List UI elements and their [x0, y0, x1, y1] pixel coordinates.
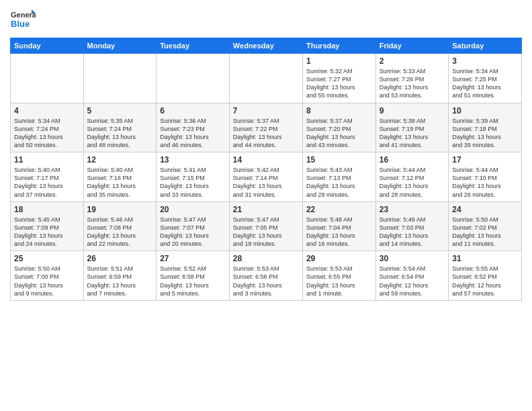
week-row-1: 1Sunrise: 5:32 AMSunset: 7:27 PMDaylight…: [11, 54, 522, 103]
week-row-5: 25Sunrise: 5:50 AMSunset: 7:00 PMDayligh…: [11, 251, 522, 301]
cell-info-16: Sunrise: 5:44 AMSunset: 7:12 PMDaylight:…: [380, 166, 445, 199]
day-number-12: 12: [87, 155, 153, 165]
day-number-29: 29: [306, 254, 372, 263]
cell-0-1: [83, 54, 157, 103]
cell-0-6: 3Sunrise: 5:34 AMSunset: 7:25 PMDaylight…: [449, 54, 522, 103]
cell-info-29: Sunrise: 5:53 AMSunset: 6:55 PMDaylight:…: [306, 265, 372, 298]
day-number-20: 20: [160, 205, 226, 214]
day-number-15: 15: [306, 155, 372, 165]
cell-info-17: Sunrise: 5:44 AMSunset: 7:10 PMDaylight:…: [452, 166, 518, 199]
cell-1-2: 6Sunrise: 5:36 AMSunset: 7:23 PMDaylight…: [157, 103, 230, 152]
cell-2-5: 16Sunrise: 5:44 AMSunset: 7:12 PMDayligh…: [375, 152, 448, 202]
cell-info-19: Sunrise: 5:46 AMSunset: 7:08 PMDaylight:…: [87, 216, 153, 248]
day-number-23: 23: [380, 205, 445, 214]
cell-4-2: 27Sunrise: 5:52 AMSunset: 6:58 PMDayligh…: [157, 251, 230, 301]
day-number-1: 1: [306, 56, 372, 66]
cell-1-0: 4Sunrise: 5:34 AMSunset: 7:24 PMDaylight…: [11, 103, 84, 152]
day-number-22: 22: [306, 205, 372, 214]
day-number-14: 14: [233, 155, 299, 165]
cell-2-1: 12Sunrise: 5:40 AMSunset: 7:16 PMDayligh…: [83, 152, 157, 202]
cell-info-22: Sunrise: 5:48 AMSunset: 7:04 PMDaylight:…: [306, 216, 372, 248]
day-number-8: 8: [306, 106, 372, 116]
cell-info-15: Sunrise: 5:43 AMSunset: 7:13 PMDaylight:…: [306, 166, 372, 199]
cell-info-23: Sunrise: 5:49 AMSunset: 7:03 PMDaylight:…: [380, 216, 445, 248]
cell-info-21: Sunrise: 5:47 AMSunset: 7:05 PMDaylight:…: [233, 216, 299, 248]
weekday-monday: Monday: [83, 38, 157, 54]
day-number-27: 27: [160, 254, 226, 263]
cell-4-6: 31Sunrise: 5:55 AMSunset: 6:52 PMDayligh…: [449, 251, 522, 301]
cell-3-6: 24Sunrise: 5:50 AMSunset: 7:02 PMDayligh…: [449, 201, 522, 251]
day-number-4: 4: [14, 106, 80, 116]
weekday-thursday: Thursday: [302, 38, 375, 54]
cell-3-0: 18Sunrise: 5:45 AMSunset: 7:09 PMDayligh…: [11, 201, 84, 251]
cell-0-0: [11, 54, 84, 103]
weekday-friday: Friday: [375, 38, 448, 54]
cell-0-5: 2Sunrise: 5:33 AMSunset: 7:26 PMDaylight…: [375, 54, 448, 103]
weekday-wednesday: Wednesday: [229, 38, 302, 54]
cell-2-2: 13Sunrise: 5:41 AMSunset: 7:15 PMDayligh…: [157, 152, 230, 202]
day-number-9: 9: [380, 106, 445, 116]
cell-info-8: Sunrise: 5:37 AMSunset: 7:20 PMDaylight:…: [306, 117, 372, 150]
cell-info-9: Sunrise: 5:38 AMSunset: 7:19 PMDaylight:…: [380, 117, 445, 150]
page-header: General Blue: [10, 7, 522, 32]
week-row-2: 4Sunrise: 5:34 AMSunset: 7:24 PMDaylight…: [11, 103, 522, 152]
cell-0-2: [157, 54, 230, 103]
day-number-5: 5: [87, 106, 153, 116]
cell-1-1: 5Sunrise: 5:35 AMSunset: 7:24 PMDaylight…: [83, 103, 157, 152]
logo-svg: General Blue: [10, 7, 36, 32]
cell-info-18: Sunrise: 5:45 AMSunset: 7:09 PMDaylight:…: [14, 216, 80, 248]
day-number-28: 28: [233, 254, 299, 263]
cell-info-24: Sunrise: 5:50 AMSunset: 7:02 PMDaylight:…: [452, 216, 518, 248]
cell-3-2: 20Sunrise: 5:47 AMSunset: 7:07 PMDayligh…: [157, 201, 230, 251]
day-number-19: 19: [87, 205, 153, 214]
day-number-25: 25: [14, 254, 80, 263]
day-number-7: 7: [233, 106, 299, 116]
cell-info-13: Sunrise: 5:41 AMSunset: 7:15 PMDaylight:…: [160, 166, 226, 199]
day-number-31: 31: [452, 254, 518, 263]
cell-4-4: 29Sunrise: 5:53 AMSunset: 6:55 PMDayligh…: [302, 251, 375, 301]
day-number-3: 3: [452, 56, 518, 66]
day-number-13: 13: [160, 155, 226, 165]
week-row-4: 18Sunrise: 5:45 AMSunset: 7:09 PMDayligh…: [11, 201, 522, 251]
weekday-saturday: Saturday: [449, 38, 522, 54]
cell-info-1: Sunrise: 5:32 AMSunset: 7:27 PMDaylight:…: [306, 67, 372, 100]
cell-info-14: Sunrise: 5:42 AMSunset: 7:14 PMDaylight:…: [233, 166, 299, 199]
cell-info-7: Sunrise: 5:37 AMSunset: 7:22 PMDaylight:…: [233, 117, 299, 150]
cell-4-1: 26Sunrise: 5:51 AMSunset: 6:59 PMDayligh…: [83, 251, 157, 301]
cell-info-31: Sunrise: 5:55 AMSunset: 6:52 PMDaylight:…: [452, 265, 518, 298]
day-number-16: 16: [380, 155, 445, 165]
calendar-table: SundayMondayTuesdayWednesdayThursdayFrid…: [10, 38, 522, 301]
cell-info-11: Sunrise: 5:40 AMSunset: 7:17 PMDaylight:…: [14, 166, 80, 199]
day-number-30: 30: [380, 254, 445, 263]
cell-info-6: Sunrise: 5:36 AMSunset: 7:23 PMDaylight:…: [160, 117, 226, 150]
cell-0-4: 1Sunrise: 5:32 AMSunset: 7:27 PMDaylight…: [302, 54, 375, 103]
cell-3-1: 19Sunrise: 5:46 AMSunset: 7:08 PMDayligh…: [83, 201, 157, 251]
cell-4-0: 25Sunrise: 5:50 AMSunset: 7:00 PMDayligh…: [11, 251, 84, 301]
logo: General Blue: [10, 7, 36, 32]
cell-2-6: 17Sunrise: 5:44 AMSunset: 7:10 PMDayligh…: [449, 152, 522, 202]
cell-3-4: 22Sunrise: 5:48 AMSunset: 7:04 PMDayligh…: [302, 201, 375, 251]
cell-info-30: Sunrise: 5:54 AMSunset: 6:54 PMDaylight:…: [380, 265, 445, 298]
cell-info-12: Sunrise: 5:40 AMSunset: 7:16 PMDaylight:…: [87, 166, 153, 199]
weekday-sunday: Sunday: [11, 38, 84, 54]
cell-3-5: 23Sunrise: 5:49 AMSunset: 7:03 PMDayligh…: [375, 201, 448, 251]
cell-info-3: Sunrise: 5:34 AMSunset: 7:25 PMDaylight:…: [452, 67, 518, 100]
day-number-21: 21: [233, 205, 299, 214]
day-number-17: 17: [452, 155, 518, 165]
cell-info-20: Sunrise: 5:47 AMSunset: 7:07 PMDaylight:…: [160, 216, 226, 248]
svg-text:Blue: Blue: [11, 19, 30, 29]
cell-info-5: Sunrise: 5:35 AMSunset: 7:24 PMDaylight:…: [87, 117, 153, 150]
weekday-header-row: SundayMondayTuesdayWednesdayThursdayFrid…: [11, 38, 522, 54]
cell-info-4: Sunrise: 5:34 AMSunset: 7:24 PMDaylight:…: [14, 117, 80, 150]
day-number-24: 24: [452, 205, 518, 214]
cell-info-2: Sunrise: 5:33 AMSunset: 7:26 PMDaylight:…: [380, 67, 445, 100]
cell-info-26: Sunrise: 5:51 AMSunset: 6:59 PMDaylight:…: [87, 265, 153, 298]
day-number-2: 2: [380, 56, 445, 66]
cell-info-25: Sunrise: 5:50 AMSunset: 7:00 PMDaylight:…: [14, 265, 80, 298]
cell-1-4: 8Sunrise: 5:37 AMSunset: 7:20 PMDaylight…: [302, 103, 375, 152]
cell-info-28: Sunrise: 5:53 AMSunset: 6:56 PMDaylight:…: [233, 265, 299, 298]
cell-2-4: 15Sunrise: 5:43 AMSunset: 7:13 PMDayligh…: [302, 152, 375, 202]
cell-2-3: 14Sunrise: 5:42 AMSunset: 7:14 PMDayligh…: [229, 152, 302, 202]
week-row-3: 11Sunrise: 5:40 AMSunset: 7:17 PMDayligh…: [11, 152, 522, 202]
day-number-6: 6: [160, 106, 226, 116]
